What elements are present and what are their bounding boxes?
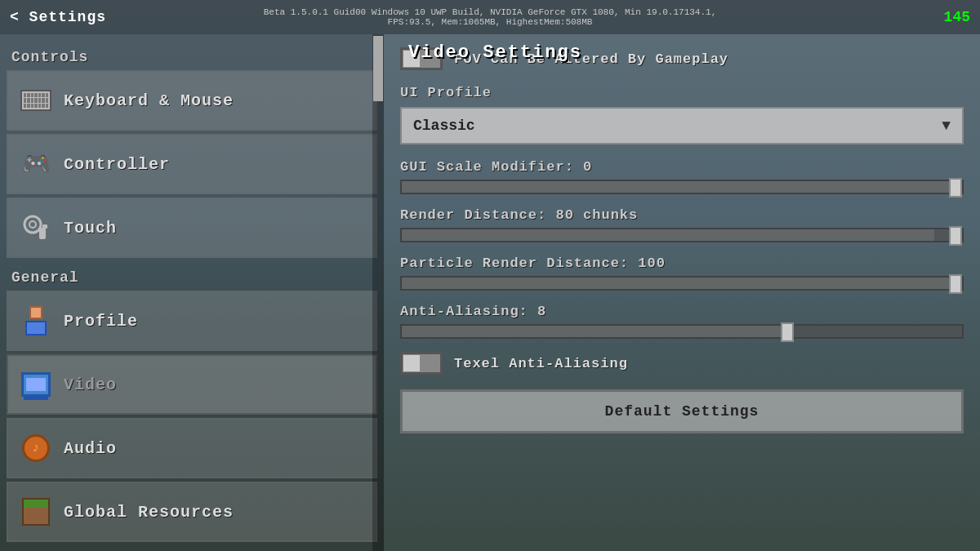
content-area: FOV Can Be Altered By Gameplay UI Profil… (384, 34, 980, 551)
default-settings-label: Default Settings (605, 403, 760, 420)
top-bar: < Settings Beta 1.5.0.1 Guid00 Windows 1… (0, 0, 980, 34)
texel-toggle-row: Texel Anti-Aliasing (400, 352, 964, 375)
scrollbar-thumb[interactable] (373, 36, 383, 101)
particle-render-label: Particle Render Distance: 100 (400, 256, 964, 271)
controls-header: Controls (7, 41, 377, 70)
video-label: Video (64, 375, 117, 394)
gui-scale-slider[interactable] (400, 180, 964, 194)
audio-icon: ♪ (20, 432, 52, 464)
ui-profile-dropdown[interactable]: Classic ▼ (400, 107, 964, 144)
render-distance-row: Render Distance: 80 chunks (400, 207, 964, 242)
svg-point-0 (24, 216, 41, 233)
global-resources-icon (20, 495, 52, 528)
texel-toggle-label: Texel Anti-Aliasing (454, 356, 628, 371)
gui-scale-slider-container (400, 180, 964, 194)
system-info: Beta 1.5.0.1 Guid00 Windows 10 UWP Build… (245, 7, 735, 27)
anti-aliasing-label: Anti-Aliasing: 8 (400, 304, 964, 319)
touch-label: Touch (64, 219, 117, 238)
render-distance-slider-container (400, 228, 964, 242)
keyboard-label: Keyboard & Mouse (64, 91, 234, 110)
sidebar-item-audio[interactable]: ♪ Audio (7, 418, 377, 478)
sidebar-item-touch[interactable]: Touch (7, 198, 377, 258)
touch-icon (20, 211, 52, 244)
profile-icon (20, 304, 52, 337)
render-distance-slider[interactable] (400, 228, 964, 242)
sidebar-item-controller[interactable]: 🎮 Controller (7, 134, 377, 194)
controller-label: Controller (64, 155, 170, 174)
global-resources-label: Global Resources (64, 503, 234, 522)
keyboard-icon (20, 84, 52, 117)
general-header: General (7, 261, 377, 291)
particle-render-slider-container (400, 276, 964, 291)
controller-icon: 🎮 (20, 148, 52, 180)
ui-profile-value: Classic (413, 118, 475, 134)
texel-toggle[interactable] (400, 352, 443, 375)
page-title: Video Settings (408, 42, 582, 63)
anti-aliasing-slider[interactable] (400, 324, 964, 339)
video-icon (20, 368, 52, 401)
svg-rect-2 (39, 228, 46, 239)
particle-render-slider[interactable] (400, 276, 964, 291)
default-settings-button[interactable]: Default Settings (400, 389, 964, 433)
anti-aliasing-slider-container (400, 324, 964, 339)
sidebar-item-global-resources[interactable]: Global Resources (7, 482, 377, 542)
ui-profile-label: UI Profile (400, 85, 964, 100)
profile-label: Profile (64, 312, 138, 331)
particle-render-row: Particle Render Distance: 100 (400, 256, 964, 291)
audio-label: Audio (64, 439, 117, 458)
sidebar-item-profile[interactable]: Profile (7, 291, 377, 351)
gui-scale-label: GUI Scale Modifier: 0 (400, 159, 964, 175)
dropdown-arrow-icon: ▼ (942, 118, 951, 134)
back-button[interactable]: < Settings (10, 9, 106, 25)
svg-point-1 (29, 221, 36, 228)
main-layout: Controls Keyboard & Mouse 🎮 Controller (0, 34, 980, 551)
gui-scale-row: GUI Scale Modifier: 0 (400, 159, 964, 194)
scrollbar-track[interactable] (372, 34, 384, 551)
ui-profile-wrapper: UI Profile Classic ▼ (400, 85, 964, 144)
fps-counter: 145 (944, 9, 970, 25)
anti-aliasing-row: Anti-Aliasing: 8 (400, 304, 964, 339)
sidebar-item-keyboard[interactable]: Keyboard & Mouse (7, 70, 377, 131)
sidebar-item-video[interactable]: Video (7, 354, 377, 415)
sidebar: Controls Keyboard & Mouse 🎮 Controller (0, 34, 384, 551)
svg-rect-3 (42, 224, 47, 229)
render-distance-label: Render Distance: 80 chunks (400, 207, 964, 223)
